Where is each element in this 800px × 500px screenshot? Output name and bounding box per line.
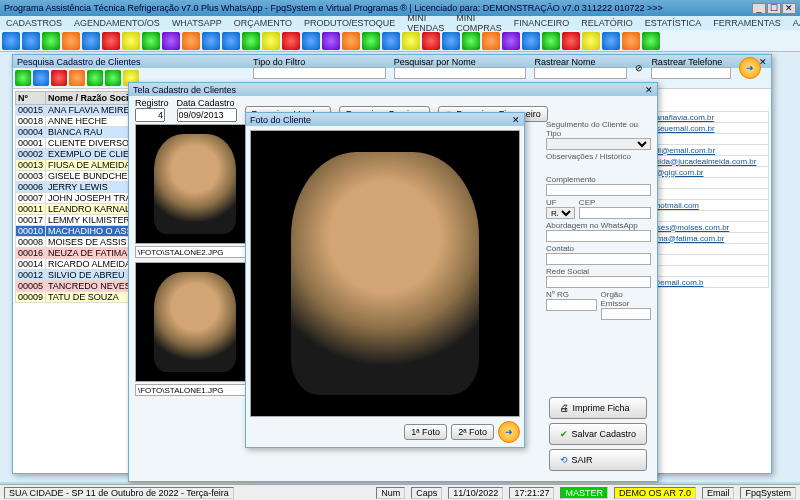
rastrear-tel-input[interactable]: [651, 67, 731, 79]
toolbar-icon[interactable]: [202, 32, 220, 50]
tool-icon[interactable]: [69, 70, 85, 86]
tool-icon[interactable]: [87, 70, 103, 86]
seguimento-select[interactable]: [546, 138, 651, 150]
toolbar-icon[interactable]: [82, 32, 100, 50]
toolbar-icon[interactable]: [342, 32, 360, 50]
filter-nome-input[interactable]: [394, 67, 527, 79]
segunda-foto-button[interactable]: 2ª Foto: [451, 424, 494, 440]
photo-thumb-2[interactable]: [135, 262, 255, 382]
status-city-date: SUA CIDADE - SP 11 de Outubro de 2022 - …: [4, 487, 234, 499]
abordagem-input[interactable]: [546, 230, 651, 242]
imprime-ficha-button[interactable]: 🖨 Imprime Ficha: [549, 397, 647, 419]
toolbar-icon[interactable]: [302, 32, 320, 50]
filter-label: Pesquisar por Nome: [394, 57, 476, 67]
toolbar-icon[interactable]: [42, 32, 60, 50]
menu-item[interactable]: RELATÓRIO: [581, 18, 632, 28]
clear-icon[interactable]: ⊘: [635, 63, 643, 73]
status-date: 11/10/2022: [448, 487, 503, 499]
col-num[interactable]: Nº: [16, 92, 46, 105]
data-input[interactable]: [177, 108, 237, 122]
orgao-input[interactable]: [601, 308, 652, 320]
edit-icon[interactable]: [33, 70, 49, 86]
menu-item[interactable]: PRODUTO/ESTOQUE: [304, 18, 395, 28]
photo-path-1[interactable]: [135, 246, 246, 258]
toolbar-icon[interactable]: [482, 32, 500, 50]
menu-item[interactable]: CADASTROS: [6, 18, 62, 28]
tool-icon[interactable]: [105, 70, 121, 86]
uf-label: UF: [546, 198, 575, 207]
complemento-input[interactable]: [546, 184, 651, 196]
toolbar-icon[interactable]: [362, 32, 380, 50]
rastrear-nome-input[interactable]: [534, 67, 627, 79]
registro-input[interactable]: [135, 108, 165, 122]
menu-item[interactable]: FERRAMENTAS: [713, 18, 780, 28]
minimize-button[interactable]: _: [752, 3, 766, 14]
complemento-label: Complemento: [546, 175, 651, 184]
menu-item[interactable]: AGENDAMENTO/OS: [74, 18, 160, 28]
toolbar-icon[interactable]: [182, 32, 200, 50]
delete-icon[interactable]: [51, 70, 67, 86]
filter-tipo-input[interactable]: [253, 67, 386, 79]
toolbar-icon[interactable]: [122, 32, 140, 50]
photo-thumb-1[interactable]: [135, 124, 255, 244]
rede-input[interactable]: [546, 276, 651, 288]
menu-item[interactable]: MINI VENDAS: [407, 13, 444, 33]
window-titlebar[interactable]: Tela Cadastro de Clientes ✕: [129, 83, 657, 96]
menu-item[interactable]: ESTATÍSTICA: [645, 18, 702, 28]
toolbar-icon[interactable]: [22, 32, 40, 50]
menu-item[interactable]: AJUDA: [793, 18, 800, 28]
menu-item[interactable]: WHATSAPP: [172, 18, 222, 28]
go-button[interactable]: ➔: [739, 57, 761, 79]
menu-item[interactable]: FINANCEIRO: [514, 18, 570, 28]
menu-item[interactable]: ORÇAMENTO: [234, 18, 292, 28]
rg-input[interactable]: [546, 299, 597, 311]
next-foto-button[interactable]: ➔: [498, 421, 520, 443]
toolbar-icon[interactable]: [582, 32, 600, 50]
sair-button[interactable]: ⟲ SAIR: [549, 449, 647, 471]
toolbar-icon[interactable]: [642, 32, 660, 50]
toolbar-icon[interactable]: [442, 32, 460, 50]
status-master: MASTER: [560, 487, 608, 499]
toolbar-icon[interactable]: [622, 32, 640, 50]
foto-large: [250, 130, 520, 417]
toolbar-icon[interactable]: [462, 32, 480, 50]
toolbar-icon[interactable]: [522, 32, 540, 50]
close-icon[interactable]: ✕: [512, 115, 520, 125]
toolbar-icon[interactable]: [542, 32, 560, 50]
toolbar-icon[interactable]: [102, 32, 120, 50]
contato-input[interactable]: [546, 253, 651, 265]
toolbar-icon[interactable]: [402, 32, 420, 50]
toolbar-icon[interactable]: [382, 32, 400, 50]
window-titlebar[interactable]: Foto do Cliente ✕: [246, 113, 524, 126]
status-email[interactable]: Email: [702, 487, 735, 499]
toolbar-icon[interactable]: [422, 32, 440, 50]
toolbar-icon[interactable]: [282, 32, 300, 50]
primeira-foto-button[interactable]: 1ª Foto: [404, 424, 447, 440]
app-title: Programa Assistência Técnica Refrigeraçã…: [4, 3, 663, 13]
uf-select[interactable]: RJ: [546, 207, 575, 219]
toolbar-icon[interactable]: [242, 32, 260, 50]
toolbar-icon[interactable]: [142, 32, 160, 50]
maximize-button[interactable]: ☐: [767, 3, 781, 14]
toolbar-icon[interactable]: [222, 32, 240, 50]
toolbar-icon[interactable]: [322, 32, 340, 50]
salvar-cadastro-button[interactable]: ✔ Salvar Cadastro: [549, 423, 647, 445]
photo-path-2[interactable]: [135, 384, 246, 396]
close-icon[interactable]: ✕: [645, 85, 653, 95]
toolbar-icon[interactable]: [502, 32, 520, 50]
menu-item[interactable]: MINI COMPRAS: [456, 13, 502, 33]
toolbar-icon[interactable]: [262, 32, 280, 50]
close-button[interactable]: ✕: [782, 3, 796, 14]
status-fpq[interactable]: FpqSystem: [740, 487, 796, 499]
add-icon[interactable]: [15, 70, 31, 86]
main-menubar: CADASTROS AGENDAMENTO/OS WHATSAPP ORÇAME…: [0, 16, 800, 30]
window-title: Pesquisa Cadastro de Clientes: [17, 57, 141, 67]
toolbar-icon[interactable]: [62, 32, 80, 50]
toolbar-icon[interactable]: [162, 32, 180, 50]
toolbar-icon[interactable]: [562, 32, 580, 50]
toolbar-icon[interactable]: [602, 32, 620, 50]
foto-dialog: Foto do Cliente ✕ 1ª Foto 2ª Foto ➔: [245, 112, 525, 448]
cep-input[interactable]: [579, 207, 651, 219]
toolbar-icon[interactable]: [2, 32, 20, 50]
window-title: Tela Cadastro de Clientes: [133, 85, 236, 95]
